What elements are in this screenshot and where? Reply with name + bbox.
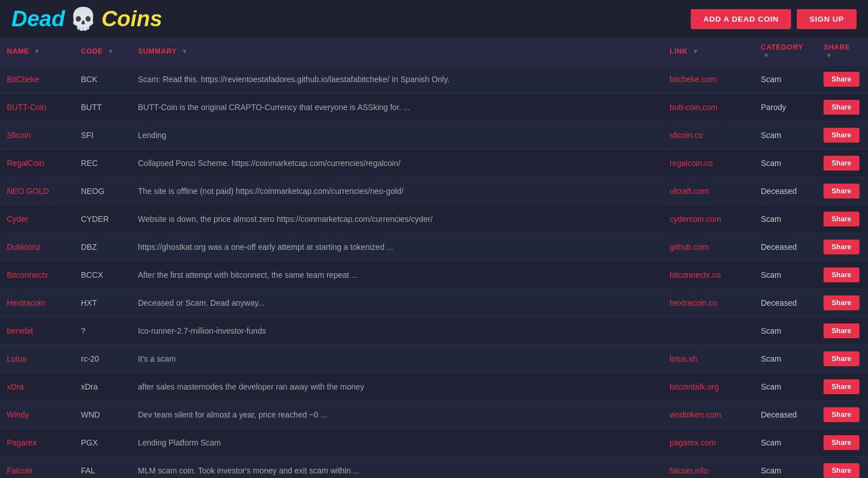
coin-category: Scam (754, 429, 817, 457)
add-dead-coin-button[interactable]: ADD A DEAD COIN (691, 9, 791, 29)
table-row: RegalCoinRECCollapsed Ponzi Scheme. http… (0, 149, 868, 177)
coin-name[interactable]: Pagarex (7, 438, 36, 447)
coin-link[interactable]: bitcointalk.org (663, 373, 754, 401)
table-row: FalcoinFALMLM scam coin. Took investor's… (0, 457, 868, 479)
coin-code: FAL (74, 457, 131, 479)
share-cell: Share (817, 233, 868, 261)
coin-summary: Deceased or Scam. Dead anyway... (131, 289, 663, 317)
coin-name[interactable]: Sficoin (7, 131, 31, 140)
table-row: BitChekeBCKScam: Read this. https://revi… (0, 66, 868, 94)
share-button[interactable]: Share (824, 268, 859, 282)
coin-link[interactable]: bitconnectx.co (663, 261, 754, 289)
logo: Dead 💀 Coins (11, 6, 162, 32)
coin-name[interactable]: Dubloonz (7, 242, 40, 252)
logo-dead-text: Dead (11, 6, 65, 31)
share-button[interactable]: Share (824, 212, 859, 226)
coin-name[interactable]: Cyder (7, 214, 28, 224)
col-header-name[interactable]: Name ▼ (0, 38, 74, 66)
share-cell: Share (817, 261, 868, 289)
coin-name[interactable]: Lotus (7, 354, 26, 363)
sort-icon-summary[interactable]: ▼ (181, 48, 188, 55)
coin-summary: The site is offline (not paid) https://c… (131, 177, 663, 205)
coin-code: WND (74, 401, 131, 429)
coin-link[interactable]: github.com (663, 233, 754, 261)
coin-summary: after sales masternodes the developer ra… (131, 373, 663, 401)
coin-code: SFI (74, 121, 131, 149)
coin-name[interactable]: RegalCoin (7, 159, 44, 168)
sort-icon-share[interactable]: ▼ (826, 52, 833, 59)
share-button[interactable]: Share (824, 128, 859, 143)
share-cell: Share (817, 429, 868, 457)
share-button[interactable]: Share (824, 72, 859, 87)
coin-name[interactable]: Bitconnectx (7, 270, 48, 279)
coin-summary: Website is down, the price almost zero h… (131, 205, 663, 233)
table-row: HextracoinHXTDeceased or Scam. Dead anyw… (0, 289, 868, 317)
coin-category: Deceased (754, 177, 817, 205)
share-button[interactable]: Share (824, 184, 859, 199)
sign-up-button[interactable]: SIGN UP (797, 9, 857, 29)
coin-link[interactable]: ulcraft.com (663, 177, 754, 205)
coin-category: Scam (754, 373, 817, 401)
coin-link[interactable]: sficoin.co (663, 121, 754, 149)
col-header-share[interactable]: Share ▼ (817, 38, 868, 66)
col-header-code[interactable]: Code ▼ (74, 38, 131, 66)
coin-name[interactable]: benebit (7, 326, 33, 335)
coin-name[interactable]: Windy (7, 410, 29, 419)
coin-summary: https://ghostkat.org was a one-off early… (131, 233, 663, 261)
coin-code: ? (74, 317, 131, 345)
table-row: benebit?Ico-runner-2.7-million-investor-… (0, 317, 868, 345)
sort-icon-link[interactable]: ▼ (692, 48, 699, 55)
sort-icon-name[interactable]: ▼ (34, 48, 40, 55)
table-row: SficoinSFILendingsficoin.coScamShare (0, 121, 868, 149)
coin-link[interactable]: cydercoin.com (663, 205, 754, 233)
share-cell: Share (817, 66, 868, 94)
coin-name[interactable]: Falcoin (7, 466, 32, 475)
coin-code: BCK (74, 66, 131, 94)
table-row: xDraxDraafter sales masternodes the deve… (0, 373, 868, 401)
coin-name[interactable]: Hextracoin (7, 298, 45, 307)
coin-link[interactable]: hextracoin.co (663, 289, 754, 317)
col-header-category[interactable]: Category ▼ (754, 38, 817, 66)
coins-table: Name ▼ Code ▼ Summary ▼ Link ▼ Category … (0, 38, 868, 478)
coin-link[interactable]: bitcheke.com (663, 66, 754, 94)
share-button[interactable]: Share (824, 156, 859, 171)
coin-category: Scam (754, 457, 817, 479)
coin-name[interactable]: BitCheke (7, 75, 39, 84)
table-row: BitconnectxBCCXAfter the first attempt w… (0, 261, 868, 289)
share-button[interactable]: Share (824, 240, 859, 254)
sort-icon-code[interactable]: ▼ (108, 48, 115, 55)
coin-summary: Dev team silent for almost a year, price… (131, 401, 663, 429)
coin-name[interactable]: NEO GOLD (7, 187, 49, 196)
share-cell: Share (817, 177, 868, 205)
col-header-summary[interactable]: Summary ▼ (131, 38, 663, 66)
share-cell: Share (817, 205, 868, 233)
coin-name[interactable]: xDra (7, 382, 24, 391)
col-header-link[interactable]: Link ▼ (663, 38, 754, 66)
coin-link[interactable]: falcoin.info (663, 457, 754, 479)
share-button[interactable]: Share (824, 407, 859, 422)
share-cell: Share (817, 149, 868, 177)
share-button[interactable]: Share (824, 435, 859, 450)
share-button[interactable]: Share (824, 323, 859, 338)
share-button[interactable]: Share (824, 463, 859, 478)
share-cell: Share (817, 373, 868, 401)
coin-summary: MLM scam coin. Took investor's money and… (131, 457, 663, 479)
share-button[interactable]: Share (824, 351, 859, 366)
coin-link[interactable]: butt-coin.com (663, 94, 754, 121)
coin-name[interactable]: BUTT-Coin (7, 103, 46, 112)
coin-link[interactable]: lotus.sh (663, 345, 754, 373)
table-header: Name ▼ Code ▼ Summary ▼ Link ▼ Category … (0, 38, 868, 66)
share-button[interactable]: Share (824, 295, 859, 310)
share-button[interactable]: Share (824, 379, 859, 394)
share-cell: Share (817, 317, 868, 345)
coin-code: PGX (74, 429, 131, 457)
coin-link[interactable]: regalcoin.co (663, 149, 754, 177)
coin-link[interactable]: wndtoken.com (663, 401, 754, 429)
coin-code: HXT (74, 289, 131, 317)
coin-category: Scam (754, 149, 817, 177)
sort-icon-category[interactable]: ▼ (763, 52, 770, 59)
header-buttons: ADD A DEAD COIN SIGN UP (691, 9, 857, 29)
share-button[interactable]: Share (824, 100, 859, 115)
coin-link[interactable]: pagarex.com (663, 429, 754, 457)
coin-category: Deceased (754, 401, 817, 429)
